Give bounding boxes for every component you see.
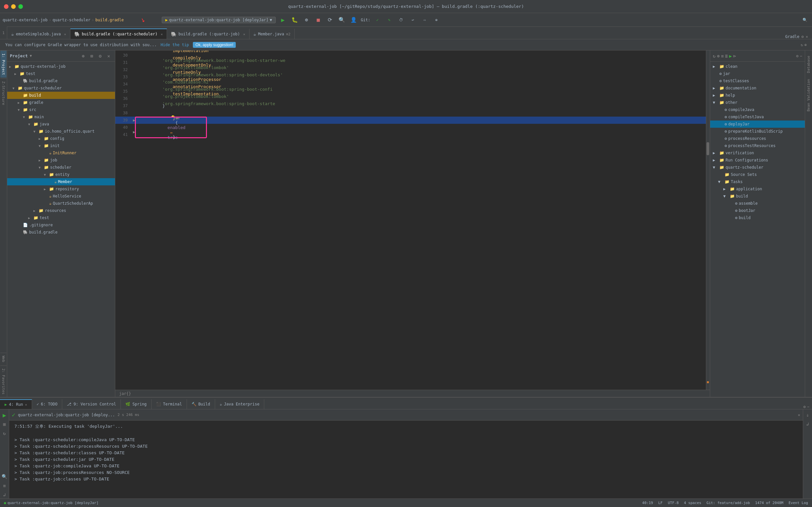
vtab-bean-validation[interactable]: Bean Validation xyxy=(805,76,812,114)
tree-item-buildgradle-scheduler[interactable]: 🐘 build.gradle xyxy=(7,229,115,236)
left-vtab-web[interactable]: Web xyxy=(0,353,7,365)
tree-item-quartz-app[interactable]: ☕ QuartzSchedulerAp xyxy=(7,200,115,207)
run-tab-close[interactable]: ✕ xyxy=(25,403,27,406)
run-config-selector[interactable]: ▶ quartz-external-job:quartz-job [deploy… xyxy=(162,17,276,23)
scrollbar-thumb[interactable] xyxy=(706,142,709,155)
gradle-item-bootjar[interactable]: ⚙ bootJar xyxy=(710,207,805,214)
gradle-item-processtestresources[interactable]: ⚙ processTestResources xyxy=(710,142,805,149)
debug-button[interactable]: 🐛 xyxy=(290,15,299,24)
gradle-item-run-configs[interactable]: ▶ 📁 Run Configurations xyxy=(710,157,805,164)
gradle-debug-run-btn[interactable]: ⊳ xyxy=(733,53,736,59)
tip-refresh-icon[interactable]: ↻ xyxy=(801,43,803,47)
gradle-item-documentation[interactable]: ▶ 📁 documentation xyxy=(710,84,805,92)
gradle-collapse-btn[interactable]: ≣ xyxy=(725,53,728,59)
event-log[interactable]: Event Log xyxy=(789,501,808,505)
gradle-item-verification[interactable]: ▶ 📁 verification xyxy=(710,149,805,157)
git-add-icon[interactable]: ⊕ xyxy=(432,15,441,24)
gradle-item-build-tasks[interactable]: ▼ 📁 build xyxy=(710,192,805,200)
breadcrumb-item-3[interactable]: build.gradle xyxy=(95,18,124,22)
git-edit-icon[interactable]: ✎ xyxy=(385,15,394,24)
gradle-run-btn[interactable]: ▶ xyxy=(729,53,732,59)
run-rerun-btn[interactable]: ↻ xyxy=(1,430,8,437)
gradle-item-source-sets[interactable]: 📁 Source Sets xyxy=(710,171,805,178)
gradle-item-preparekotlin[interactable]: ⚙ prepareKotlinBuildScrip xyxy=(710,128,805,135)
tree-item-init-runner[interactable]: ☕ InitRunner xyxy=(7,149,115,157)
gradle-item-help[interactable]: ▶ 📁 help xyxy=(710,92,805,99)
gradle-item-qscheduler[interactable]: ▼ 📁 quartz-scheduler xyxy=(710,164,805,171)
tree-item-init[interactable]: ▼ 📁 init xyxy=(7,142,115,149)
minimize-button[interactable] xyxy=(11,4,16,9)
run-header-close[interactable]: ✕ xyxy=(798,413,800,417)
status-indent[interactable]: 4 spaces xyxy=(684,501,701,505)
bottom-tab-spring[interactable]: 🌿 Spring xyxy=(121,399,151,409)
git-history-icon[interactable]: ⏱ xyxy=(396,15,406,24)
scroll-from-source-icon[interactable]: ⊞ xyxy=(88,52,95,60)
close-button[interactable] xyxy=(4,4,8,9)
gradle-item-clean[interactable]: ▶ 📁 clean xyxy=(710,63,805,70)
fold-icon-41[interactable]: ▶ xyxy=(133,130,135,134)
soft-wrap-btn[interactable]: ↲ xyxy=(804,420,811,428)
bottom-tab-todo[interactable]: ✓ 6: TODO xyxy=(32,399,63,409)
tab-close-3[interactable]: ✕ xyxy=(243,33,245,36)
gradle-settings-icon[interactable]: ⚙ xyxy=(802,35,804,39)
gradle-item-application[interactable]: ▶ 📁 application xyxy=(710,185,805,192)
tab-close-2[interactable]: ✕ xyxy=(161,33,163,36)
tip-add-icon[interactable]: ⊕ xyxy=(805,43,807,47)
gradle-item-deployjar[interactable]: ⚙ deployJar xyxy=(710,120,805,128)
bottom-tab-java-enterprise[interactable]: ☕ Java Enterprise xyxy=(215,399,264,409)
user-icon[interactable]: 👤 xyxy=(349,15,358,24)
tree-item-member[interactable]: ☕ Member xyxy=(7,178,115,185)
tree-item-gitignore[interactable]: 📄 .gitignore xyxy=(7,221,115,229)
tree-item-quartz-external-job[interactable]: ▶ 📁 quartz-external-job xyxy=(7,63,115,70)
gradle-item-jar[interactable]: ⚙ jar xyxy=(710,70,805,77)
tree-item-build[interactable]: 📁 build xyxy=(7,92,115,99)
tree-item-quartz-scheduler[interactable]: ▼ 📁 quartz-scheduler xyxy=(7,84,115,92)
scroll-end-btn[interactable]: ⇓ xyxy=(804,411,811,418)
sync-button[interactable]: ⟳ xyxy=(325,15,335,24)
tree-item-repository[interactable]: ▶ 📁 repository xyxy=(7,185,115,192)
gradle-close-icon[interactable]: ✕ xyxy=(806,35,808,39)
bottom-tab-version-control[interactable]: ⎇ 9: Version Control xyxy=(62,399,121,409)
apply-suggestion-button[interactable]: Ok, apply suggestion! xyxy=(193,42,236,48)
gradle-item-other[interactable]: ▼ 📁 other xyxy=(710,99,805,106)
panel-close-icon[interactable]: ✕ xyxy=(105,52,112,60)
locate-icon[interactable]: ⊕ xyxy=(79,52,87,60)
bottom-tab-build[interactable]: 🔨 Build xyxy=(187,399,215,409)
tree-item-config[interactable]: ▶ 📁 config xyxy=(7,135,115,142)
breadcrumb-item-1[interactable]: quartz-external-job xyxy=(3,18,48,22)
status-encoding[interactable]: UTF-8 xyxy=(668,501,679,505)
tab-build-gradle-job[interactable]: 🐘 build.gradle (:quartz-job) ✕ xyxy=(167,29,249,39)
bottom-settings-icon[interactable]: ⚙ xyxy=(804,404,806,409)
git-revert-icon[interactable]: ↩ xyxy=(408,15,418,24)
tab-emote-simple-job[interactable]: ☕ emoteSimpleJob.java ✕ xyxy=(7,29,70,39)
git-push-icon[interactable]: ⇨ xyxy=(420,15,429,24)
hide-tip-link[interactable]: Hide the tip xyxy=(161,43,189,47)
tree-item-resources[interactable]: ▶ 📁 resources xyxy=(7,207,115,214)
gradle-minimize-btn[interactable]: − xyxy=(800,54,802,58)
run-button[interactable]: ▶ xyxy=(278,15,288,24)
tree-item-buildgradle-top[interactable]: 🐘 build.gradle xyxy=(7,77,115,84)
run-sort-btn[interactable]: ≡ xyxy=(1,482,8,489)
editor-scrollbar[interactable] xyxy=(706,50,710,390)
tree-item-test-1[interactable]: ▶ 📁 test xyxy=(7,70,115,77)
bottom-tab-run[interactable]: ▶ 4: Run ✕ xyxy=(0,399,32,409)
run-wrap-btn[interactable]: ↲ xyxy=(1,491,8,499)
tree-item-main[interactable]: ▼ 📁 main xyxy=(7,113,115,120)
gradle-item-build-task[interactable]: ⚙ build xyxy=(710,214,805,221)
gradle-item-processresources[interactable]: ⚙ processResources xyxy=(710,135,805,142)
run-stop-btn[interactable]: ■ xyxy=(1,420,8,428)
left-vtab-favorites[interactable]: 2: Favorites xyxy=(0,365,7,397)
status-position[interactable]: 40:19 xyxy=(642,501,653,505)
run-output[interactable]: 7:51:57 오후: Executing task 'deployJar'..… xyxy=(9,420,803,499)
status-git-branch[interactable]: Git: feature/add-job xyxy=(706,501,750,505)
vtab-database[interactable]: Database xyxy=(805,53,812,76)
gradle-item-tasks[interactable]: ▼ 📁 Tasks xyxy=(710,178,805,185)
tree-item-entity[interactable]: ▼ 📁 entity xyxy=(7,171,115,178)
tree-item-gradle[interactable]: ▶ 📁 gradle xyxy=(7,99,115,106)
gradle-item-compilejava[interactable]: ⚙ compileJava xyxy=(710,106,805,113)
left-vtab-project[interactable]: 1: Project xyxy=(0,50,7,77)
tab-build-gradle-scheduler[interactable]: 🐘 build.gradle (:quartz-scheduler) ✕ xyxy=(70,29,167,39)
stop-button[interactable]: ■ xyxy=(314,15,323,24)
coverage-button[interactable]: ⊕ xyxy=(302,15,311,24)
run-filter-btn[interactable]: 🔍 xyxy=(1,473,8,480)
